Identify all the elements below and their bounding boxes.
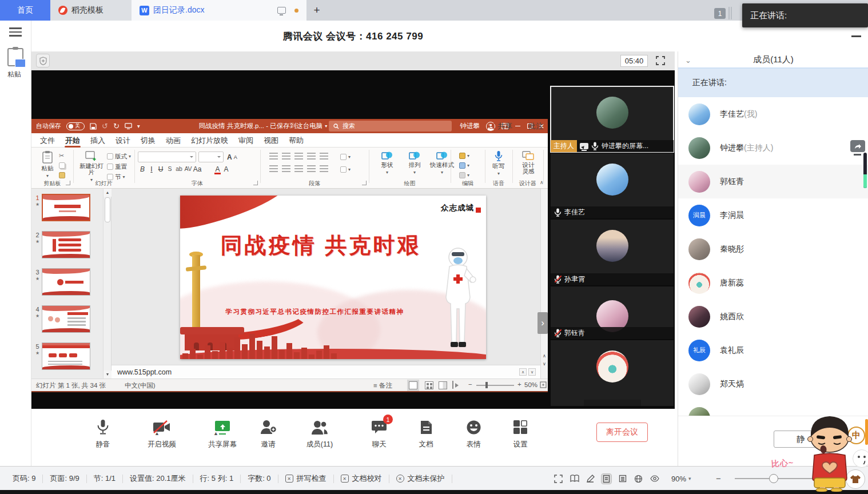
video-tile[interactable]: 郭钰青 [551,286,674,339]
next-slide-button[interactable]: › [537,312,548,334]
mute-button[interactable]: 静音 [81,419,125,449]
redo-icon[interactable]: ↻ [113,122,120,130]
align-left-icon[interactable] [269,165,278,172]
font-style-button[interactable]: I [147,165,156,173]
notes-expand-icon[interactable]: ∨ [528,368,536,376]
cut-button[interactable]: ✂ [59,152,64,160]
ppt-ribbon-tab[interactable]: 审阅 [233,133,258,148]
web-layout-icon[interactable] [634,474,643,484]
align-right-icon[interactable] [294,165,303,172]
member-row[interactable]: 礼辰 袁礼辰 [678,333,868,367]
member-row[interactable]: 郑天熇 [678,367,868,401]
reactions-button[interactable]: 表情 [452,419,495,449]
leave-meeting-button[interactable]: 离开会议 [596,423,648,442]
dialog-launcher-icon[interactable] [362,181,367,185]
dialog-launcher-icon[interactable] [66,181,70,185]
slide-thumbnail[interactable]: 2★ [31,226,111,263]
settings-button[interactable]: 设置 [499,419,542,449]
indent-decrease-icon[interactable] [294,153,303,160]
ppt-zoom-out[interactable]: − [468,381,472,388]
slide-sorter-view-button[interactable] [425,381,433,389]
autosave-toggle[interactable]: 关 [66,122,85,130]
normal-view-button[interactable] [409,381,417,389]
eye-protection-icon[interactable] [650,474,659,484]
fullscreen-button[interactable] [654,54,667,67]
ppt-ribbon-tab[interactable]: 幻灯片放映 [186,133,233,148]
invite-button[interactable]: 邀请 [246,419,290,449]
notification-count-badge[interactable]: 1 [714,8,726,19]
slide-thumbnail[interactable]: 1★ [31,189,111,226]
status-segment[interactable]: 字数: 0 [248,473,270,484]
font-style-button[interactable]: U [156,165,165,173]
tab-document[interactable]: W 团日记录.docx [132,0,306,21]
collapse-ribbon-icon[interactable]: ∧ [540,180,544,185]
next-slide-icon[interactable]: ∨ [541,361,547,366]
video-tile[interactable]: 孙聿霄 [551,220,674,285]
slide-layout-button[interactable]: 重置 [107,162,127,171]
paste-button[interactable]: 粘贴▾ [36,150,59,179]
justify-icon[interactable] [307,165,316,172]
member-row[interactable]: 姚西欣 [678,300,868,333]
video-tile[interactable]: 李佳艺 [551,153,674,218]
members-button[interactable]: 成员(11) [298,419,341,449]
status-segment[interactable]: ✕ 文档未保护 [396,473,445,484]
ppt-ribbon-tab[interactable]: 视图 [258,133,284,148]
ppt-search-box[interactable]: 搜索 [329,121,452,132]
slide-thumbnail[interactable]: 4★ [31,300,111,337]
status-segment[interactable]: 行: 5 列: 1 [200,473,234,484]
slide-scrollbar[interactable] [540,189,548,379]
design-ideas-button[interactable]: 设计灵感 [516,150,541,174]
status-segment[interactable]: 节: 1/1 [94,473,116,484]
read-mode-icon[interactable] [570,474,579,484]
video-tile[interactable]: 主持人 钟进攀的屏幕... [551,86,674,152]
previous-slide-icon[interactable]: ∧ [541,353,547,358]
paste-icon[interactable] [7,48,23,66]
ppt-zoom-thumb[interactable] [485,382,488,388]
present-icon[interactable] [125,123,132,129]
shape-effects-button[interactable]: ▾ [459,171,469,180]
video-tile[interactable] [551,340,674,406]
drawing-button[interactable]: 排列▾ [402,150,427,176]
print-layout-icon[interactable] [602,474,611,484]
dictate-button[interactable]: 听写▾ [488,150,509,177]
ppt-zoom-in[interactable]: + [517,381,521,388]
security-shield-icon[interactable] [36,54,50,67]
collapse-panel-icon[interactable]: ⌄ [685,51,691,69]
panel-minimize-button[interactable] [851,35,861,37]
reading-view-button[interactable] [439,381,447,389]
scroll-down-icon[interactable]: ▲ [103,370,112,379]
status-segment[interactable]: 设置值: 20.1厘米 [130,473,186,484]
save-icon[interactable] [90,123,97,130]
notes-collapse-icon[interactable]: ∧ [519,368,527,376]
zoom-out-button[interactable]: − [716,473,721,483]
dialog-launcher-icon[interactable] [253,181,258,185]
copy-button[interactable] [59,161,65,170]
ppt-ribbon-tab[interactable]: 设计 [110,133,136,148]
scrollbar-thumb[interactable] [865,419,868,445]
font-style-button[interactable]: S [165,165,174,173]
bullets-icon[interactable] [269,153,278,160]
status-segment[interactable]: 页码: 9 [13,473,35,484]
font-color-button[interactable]: A [222,165,230,173]
text-direction-button[interactable]: ▾ [340,153,351,161]
docs-button[interactable]: 文档 [404,419,448,449]
font-style-button[interactable]: Aa [193,165,202,173]
shape-fill-button[interactable]: ▾ [459,152,469,160]
start-video-button[interactable]: 开启视频 [140,419,184,449]
new-tab-button[interactable]: + [306,0,327,21]
ppt-ribbon-tab[interactable]: 切换 [136,133,161,148]
numbering-icon[interactable] [282,153,290,160]
member-row[interactable]: 郭钰青 [678,165,868,198]
new-slide-button[interactable]: 新建幻灯片▾ [78,150,105,183]
ppt-language[interactable]: 中文(中国) [125,381,156,390]
ppt-ribbon-tab[interactable]: 帮助 [284,133,309,148]
member-row[interactable]: 李佳艺 (我) [678,97,868,131]
member-row[interactable]: 钟进攀 (主持人) [678,131,868,165]
tab-home[interactable]: 首页 [0,0,50,21]
drawing-button[interactable]: 快速样式▾ [429,150,455,176]
zoom-slider-handle[interactable] [769,474,778,483]
notes-toggle[interactable]: ≡ 备注 [373,381,392,390]
zoom-level[interactable]: 90%▾ [671,475,691,483]
drawing-button[interactable]: 形状▾ [375,150,400,176]
font-color-button[interactable]: A [213,165,222,173]
